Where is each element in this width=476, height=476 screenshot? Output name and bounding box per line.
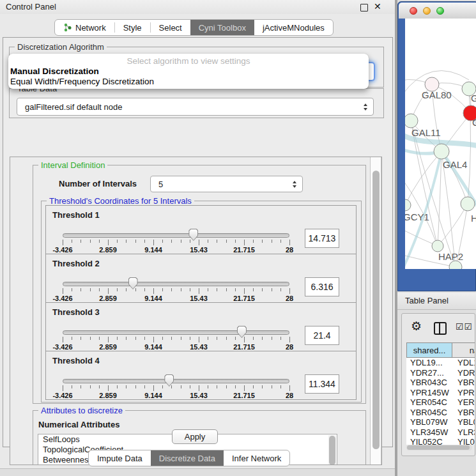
slider-tick: [181, 385, 181, 388]
table-row[interactable]: YPR145WYPR14: [406, 388, 475, 398]
slider-thumb[interactable]: [237, 326, 247, 338]
slider-tick: [63, 337, 63, 342]
slider-tick: [289, 240, 290, 245]
table-row[interactable]: YDR27...YDR27: [406, 368, 475, 378]
slider-tick: [190, 288, 190, 291]
slider-tick: [72, 385, 72, 388]
table-cell-shared: YBR043C: [406, 378, 452, 388]
table-row[interactable]: YER054CYER05: [406, 397, 475, 408]
checkboxes-icon[interactable]: ☑☑: [456, 321, 473, 332]
slider-tick: [72, 240, 72, 243]
viewport-scrollbar-track[interactable]: [370, 157, 381, 464]
slider-tick: [262, 240, 263, 243]
float-window-icon[interactable]: [360, 4, 368, 12]
popup-item-1[interactable]: Manual Discretization: [10, 66, 99, 76]
slider-tick: [235, 385, 236, 388]
close-traffic-light[interactable]: [410, 7, 417, 15]
slider-tick: [162, 337, 163, 340]
slider-thumb[interactable]: [188, 229, 198, 241]
table-row[interactable]: YLR345WYLR34: [406, 427, 475, 438]
tab-infer-network[interactable]: Infer Network: [224, 450, 289, 466]
combo-stepper-icon[interactable]: [293, 181, 296, 188]
table-row[interactable]: YIL052CYIL05: [406, 437, 475, 445]
zoom-traffic-light[interactable]: [436, 7, 444, 15]
slider-tick: [63, 240, 63, 245]
slider-tick: [144, 337, 145, 340]
table-row[interactable]: YDL19...YDL19: [406, 358, 475, 368]
table-column-header-name[interactable]: name: [452, 342, 475, 358]
table-data-combobox[interactable]: galFiltered.sif default node: [17, 98, 374, 116]
close-icon[interactable]: ✕: [374, 1, 381, 12]
columns-icon[interactable]: [434, 322, 447, 335]
slider-tick: [153, 385, 154, 391]
slider-tick: [171, 240, 172, 243]
table-row[interactable]: YBR045CYBR04: [406, 408, 475, 418]
threshold-value-field[interactable]: 11.344: [305, 374, 339, 394]
tab-discretize-data[interactable]: Discretize Data: [151, 450, 224, 466]
attributes-group-title: Attributes to discretize: [38, 406, 125, 415]
slider-tick: [144, 385, 145, 388]
slider-track[interactable]: [63, 379, 289, 383]
slider-tick: [99, 385, 100, 388]
minimize-traffic-light[interactable]: [423, 7, 431, 15]
tab-label: Cyni Toolbox: [199, 23, 246, 33]
table-hscrollbar-thumb[interactable]: [407, 445, 470, 450]
slider-tick-label: 9.144: [144, 343, 162, 351]
slider-tick: [108, 240, 109, 245]
attributes-list-scrollbar[interactable]: [328, 435, 336, 465]
slider-thumb[interactable]: [164, 374, 174, 387]
viewport-scrollbar-thumb[interactable]: [372, 171, 380, 449]
network-node-label: GAL11: [411, 127, 441, 138]
tab-impute-data[interactable]: Impute Data: [89, 450, 151, 466]
tab-jactivemnodules[interactable]: jActiveMNodules: [254, 20, 333, 35]
network-window-titlebar: [399, 3, 476, 19]
tab-select[interactable]: Select: [151, 20, 190, 35]
table-cell-name: YER05: [452, 397, 475, 408]
threshold-label: Threshold 1: [52, 210, 100, 220]
slider-tick-label: 9.144: [144, 295, 162, 302]
popup-item-2[interactable]: Equal Width/Frequency Discretization: [10, 77, 154, 86]
network-node[interactable]: [461, 197, 475, 211]
network-node[interactable]: [405, 199, 411, 211]
slider-tick: [144, 288, 145, 291]
table-cell-name: YLR34: [452, 427, 475, 438]
threshold-value-field[interactable]: 14.713: [305, 229, 339, 248]
tab-label: Infer Network: [232, 454, 281, 463]
network-node[interactable]: [405, 114, 418, 128]
slider-track[interactable]: [63, 233, 289, 238]
gear-icon[interactable]: ⚙: [411, 319, 422, 334]
popup-header: Select algorithm to view settings: [8, 56, 369, 66]
slider-tick: [190, 337, 190, 340]
table-column-header-shared[interactable]: shared...: [406, 342, 452, 358]
threshold-value-field[interactable]: 21.4: [305, 326, 339, 345]
slider-tick: [117, 385, 118, 388]
table-row[interactable]: YBL079WYBL07: [406, 417, 475, 427]
table-horizontal-scrollbar[interactable]: [406, 445, 472, 450]
slider-track[interactable]: [63, 330, 289, 335]
network-node[interactable]: [434, 144, 449, 159]
slider-tick: [135, 337, 136, 340]
slider-tick: [226, 288, 227, 291]
table-cell-shared: YBR045C: [406, 408, 452, 418]
tab-cyni-toolbox[interactable]: Cyni Toolbox: [190, 20, 254, 35]
threshold-value-field[interactable]: 6.316: [305, 277, 339, 296]
slider-tick-label: 15.43: [190, 392, 208, 399]
algorithm-dropdown-popup: Select algorithm to view settingsManual …: [8, 54, 369, 89]
slider-tick: [153, 288, 154, 294]
slider-tick: [126, 385, 127, 388]
combo-stepper-icon[interactable]: [364, 104, 367, 111]
tab-style[interactable]: Style: [115, 20, 150, 35]
network-canvas[interactable]: GAL80GACGAL11GAL4GCY1HAHAP2: [405, 19, 476, 269]
attributes-scrollbar-thumb[interactable]: [329, 436, 335, 465]
tab-network[interactable]: Network: [55, 20, 114, 35]
apply-button[interactable]: Apply: [172, 429, 218, 444]
slider-thumb[interactable]: [128, 277, 138, 289]
number-of-intervals-combobox[interactable]: 5: [150, 176, 303, 192]
network-node[interactable]: [432, 240, 443, 252]
tab-label: Style: [123, 23, 142, 33]
slider-tick: [90, 288, 91, 291]
slider-track[interactable]: [63, 282, 289, 286]
slider-tick: [162, 288, 163, 291]
slider-tick: [99, 288, 100, 291]
table-row[interactable]: YBR043CYBR04: [406, 378, 475, 388]
